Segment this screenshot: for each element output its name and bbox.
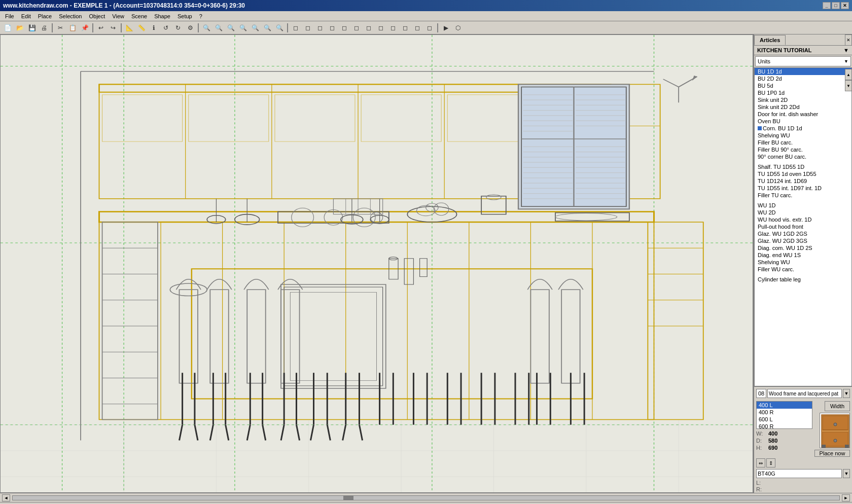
menu-object[interactable]: Object: [86, 12, 109, 20]
panel-scroll-up[interactable]: ▲: [845, 69, 852, 80]
toolbar-cut[interactable]: ✂: [55, 22, 66, 33]
variant-value[interactable]: BT40G: [756, 469, 842, 478]
article-wu2d[interactable]: WU 2D: [755, 209, 851, 216]
toolbar-zoom-ext[interactable]: 🔍: [250, 22, 261, 33]
article-pullouthood[interactable]: Pull-out hood front: [755, 223, 851, 230]
article-bu2d2d[interactable]: BU 2D 2d: [755, 75, 851, 82]
flip-icon[interactable]: ⇕: [766, 458, 775, 467]
category-dropdown-arrow[interactable]: ▼: [843, 47, 849, 53]
article-fillerwucasc[interactable]: Filler WU carc.: [755, 266, 851, 273]
article-glazwu1gd[interactable]: Glaz. WU 1GD 2GS: [755, 230, 851, 237]
toolbar-box7[interactable]: ◻: [363, 22, 374, 33]
article-ovenbu[interactable]: Oven BU: [755, 118, 851, 125]
panel-scroll-down[interactable]: ▼: [845, 80, 852, 91]
toolbar-box12[interactable]: ◻: [424, 22, 435, 33]
menu-view[interactable]: View: [109, 12, 127, 20]
toolbar-zoom5[interactable]: 🔍: [262, 22, 273, 33]
toolbar-box10[interactable]: ◻: [400, 22, 411, 33]
minimize-button[interactable]: _: [823, 2, 831, 9]
toolbar-zoom6[interactable]: 🔍: [274, 22, 285, 33]
article-door[interactable]: Door for int. dish washer: [755, 111, 851, 118]
size-400l[interactable]: 400 L: [757, 402, 812, 409]
article-wuhoodvis[interactable]: WU hood vis. extr. 1D: [755, 216, 851, 223]
article-sink2d2d[interactable]: Sink unit 2D 2Dd: [755, 103, 851, 111]
scroll-left-btn[interactable]: ◄: [2, 494, 10, 501]
material-desc[interactable]: Wood frame and lacquered pat: [767, 389, 842, 398]
toolbar-rotate-cw[interactable]: ↻: [172, 22, 184, 33]
toolbar-box1[interactable]: ◻: [290, 22, 301, 33]
toolbar-zoom-sel[interactable]: 🔍: [237, 22, 248, 33]
toolbar-save[interactable]: 💾: [26, 22, 38, 33]
article-bu1p01d[interactable]: BU 1P0 1d: [755, 89, 851, 96]
toolbar-paste[interactable]: 📌: [79, 22, 90, 33]
place-now-button[interactable]: Place now: [814, 450, 850, 457]
tab-articles[interactable]: Articles: [754, 35, 786, 45]
menu-edit[interactable]: Edit: [18, 12, 34, 20]
toolbar-box8[interactable]: ◻: [375, 22, 386, 33]
toolbar-print[interactable]: 🖨: [39, 22, 50, 33]
article-cornbu1d[interactable]: Corn. BU 1D 1d: [755, 125, 851, 132]
toolbar-measure[interactable]: 📏: [136, 22, 147, 33]
size-600r[interactable]: 600 R: [757, 423, 812, 429]
articles-list[interactable]: BU 1D 1d BU 2D 2d BU 5d BU 1P0 1d Sink u…: [754, 67, 852, 386]
article-tu1d124[interactable]: TU 1D124 int. 1D69: [755, 177, 851, 185]
material-dropdown-arrow[interactable]: ▼: [843, 389, 850, 398]
material-num[interactable]: 08: [756, 389, 766, 398]
article-shelvingwu[interactable]: Shelving WU: [755, 132, 851, 139]
size-400r[interactable]: 400 R: [757, 409, 812, 416]
menu-help[interactable]: ?: [196, 12, 205, 20]
article-diagcomwu[interactable]: Diag. com. WU 1D 2S: [755, 244, 851, 251]
toolbar-redo[interactable]: ↪: [108, 22, 119, 33]
article-wu1d[interactable]: WU 1D: [755, 202, 851, 209]
menu-setup[interactable]: Setup: [174, 12, 195, 20]
toolbar-box6[interactable]: ◻: [351, 22, 362, 33]
article-glazwu2gd[interactable]: Glaz. WU 2GD 3GS: [755, 237, 851, 244]
units-dropdown[interactable]: Units ▼: [755, 56, 851, 66]
canvas-area[interactable]: [0, 34, 753, 493]
toolbar-zoom-in[interactable]: 🔍: [201, 22, 212, 33]
article-fillerbu[interactable]: Filler BU carc.: [755, 139, 851, 146]
toolbar-undo[interactable]: ↩: [95, 22, 106, 33]
menu-place[interactable]: Place: [35, 12, 55, 20]
article-bu1d1d[interactable]: BU 1D 1d: [755, 68, 851, 75]
menu-shape[interactable]: Shape: [151, 12, 173, 20]
menu-selection[interactable]: Selection: [56, 12, 85, 20]
close-button[interactable]: ✕: [841, 2, 849, 9]
article-shelvingwu2[interactable]: Shelving WU: [755, 259, 851, 266]
toolbar-box9[interactable]: ◻: [387, 22, 399, 33]
menu-file[interactable]: File: [2, 12, 17, 20]
maximize-button[interactable]: □: [832, 2, 840, 9]
toolbar-draw[interactable]: 📐: [124, 22, 135, 33]
toolbar-info[interactable]: ℹ: [148, 22, 159, 33]
toolbar-3d[interactable]: ⬡: [452, 22, 464, 33]
mirror-icon[interactable]: ⇔: [756, 458, 765, 467]
toolbar-play[interactable]: ▶: [440, 22, 451, 33]
toolbar-open[interactable]: 📂: [14, 22, 25, 33]
toolbar-settings[interactable]: ⚙: [185, 22, 196, 33]
article-tu1d55int[interactable]: TU 1D55 int. 1D97 int. 1D: [755, 185, 851, 192]
article-tu1d55oven[interactable]: TU 1D55 1d oven 1D55: [755, 170, 851, 177]
article-corner90[interactable]: 90° corner BU carc.: [755, 153, 851, 160]
toolbar-zoom-fit[interactable]: 🔍: [225, 22, 236, 33]
article-fillerbu90[interactable]: Filler BU 90° carc.: [755, 146, 851, 153]
article-sink2d[interactable]: Sink unit 2D: [755, 96, 851, 103]
panel-close-btn[interactable]: ✕: [845, 34, 852, 46]
scroll-right-btn[interactable]: ►: [842, 494, 850, 501]
toolbar-box4[interactable]: ◻: [327, 22, 338, 33]
scroll-track[interactable]: [12, 495, 840, 500]
toolbar-box5[interactable]: ◻: [339, 22, 350, 33]
menu-scene[interactable]: Scene: [128, 12, 150, 20]
article-cylindertable[interactable]: Cylinder table leg: [755, 276, 851, 283]
toolbar-zoom-out[interactable]: 🔍: [213, 22, 224, 33]
toolbar-box11[interactable]: ◻: [412, 22, 423, 33]
toolbar-box3[interactable]: ◻: [314, 22, 326, 33]
article-shalt[interactable]: Shalf. TU 1D55 1D: [755, 163, 851, 170]
size-600l[interactable]: 600 L: [757, 416, 812, 423]
article-diagendwu[interactable]: Diag. end WU 1S: [755, 251, 851, 259]
width-button[interactable]: Width: [825, 401, 850, 411]
article-bu5d[interactable]: BU 5d: [755, 82, 851, 89]
toolbar-box2[interactable]: ◻: [302, 22, 313, 33]
article-fillertucasc[interactable]: Filler TU carc.: [755, 192, 851, 199]
size-list[interactable]: 400 L 400 R 600 L 600 R: [756, 401, 812, 429]
toolbar-rotate-ccw[interactable]: ↺: [160, 22, 171, 33]
